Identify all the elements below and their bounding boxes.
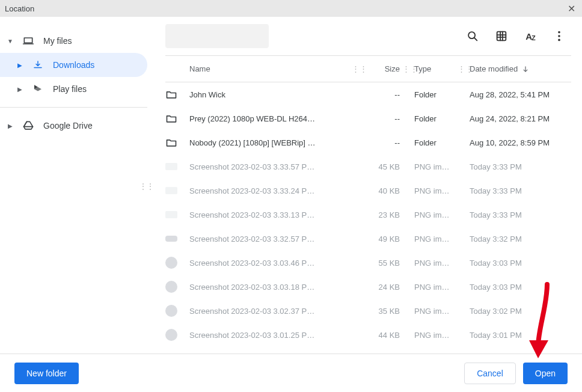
table-row[interactable]: Screenshot 2023-02-03 3.03.18 PM.p…24 KB…: [165, 275, 571, 299]
folder-icon: [165, 136, 177, 149]
file-type: PNG im…: [414, 307, 458, 316]
sidebar-item-label: Downloads: [53, 60, 140, 70]
chevron-right-icon: ▶: [7, 123, 13, 129]
file-thumbnail: [165, 187, 177, 194]
sidebar-item-label: Google Drive: [43, 121, 140, 130]
google-drive-icon: [22, 120, 35, 132]
table-row[interactable]: Nobody (2021) [1080p] [WEBRip] [5.1]…--F…: [165, 130, 571, 155]
file-name: Screenshot 2023-02-03 3.33.57 PM.p…: [189, 162, 316, 171]
chevron-down-icon: ▼: [7, 38, 13, 44]
file-type: PNG im…: [414, 162, 458, 171]
sort-az-icon[interactable]: AZ: [518, 24, 542, 48]
table-row[interactable]: Prey (2022) 1080p WEB-DL H264 iTA…--Fold…: [165, 106, 571, 130]
chevron-right-icon: ▶: [17, 62, 23, 69]
col-name[interactable]: Name: [189, 64, 316, 73]
column-drag-handle-icon[interactable]: ⋮⋮: [458, 64, 470, 73]
sidebar-collapse-handle[interactable]: ⋮⋮: [139, 182, 153, 191]
table-row[interactable]: Screenshot 2023-02-03 3.33.24 PM.p…40 KB…: [165, 179, 571, 203]
main-content: ▼ My files ▶ Downloads ▶ Play files ▶: [0, 17, 582, 354]
new-folder-button[interactable]: New folder: [14, 363, 79, 384]
file-thumbnail: [165, 329, 177, 341]
grid-view-icon[interactable]: [489, 24, 513, 48]
file-size: 40 KB: [364, 186, 402, 195]
file-size: 24 KB: [364, 283, 402, 292]
file-type: Folder: [414, 90, 458, 99]
file-thumbnail: [165, 211, 177, 218]
file-name: Screenshot 2023-02-03 3.33.24 PM.p…: [189, 186, 316, 195]
column-drag-handle-icon[interactable]: ⋮⋮: [402, 64, 414, 73]
window-title: Location: [5, 4, 565, 13]
laptop-icon: [22, 35, 35, 47]
file-name: Screenshot 2023-02-03 3.32.57 PM.p…: [189, 234, 316, 243]
file-type: Folder: [414, 114, 458, 123]
table-row[interactable]: Screenshot 2023-02-03 3.02.37 PM.p…35 KB…: [165, 299, 571, 323]
svg-point-2: [558, 31, 560, 34]
cancel-button[interactable]: Cancel: [464, 363, 516, 384]
file-panel: ⋮⋮ AZ Name ⋮⋮ Size: [147, 17, 582, 354]
file-date: Today 3:03 PM: [470, 283, 566, 292]
file-name: Prey (2022) 1080p WEB-DL H264 iTA…: [189, 114, 316, 123]
search-icon[interactable]: [461, 24, 485, 48]
svg-rect-1: [497, 32, 506, 41]
table-row[interactable]: John Wick--FolderAug 28, 2022, 5:41 PM: [165, 82, 571, 106]
file-type: PNG im…: [414, 259, 458, 268]
breadcrumb-redacted: [165, 24, 269, 48]
file-date: Aug 24, 2022, 8:21 PM: [470, 114, 566, 123]
sidebar-item-label: Play files: [53, 84, 140, 94]
file-table: Name ⋮⋮ Size ⋮⋮ Type ⋮⋮ Date modified Jo…: [147, 56, 582, 354]
folder-icon: [165, 88, 177, 100]
sidebar-item-play-files[interactable]: ▶ Play files: [0, 77, 147, 101]
more-vert-icon[interactable]: [547, 24, 571, 48]
file-size: 55 KB: [364, 259, 402, 268]
table-header: Name ⋮⋮ Size ⋮⋮ Type ⋮⋮ Date modified: [165, 56, 571, 82]
file-name: Screenshot 2023-02-03 3.02.37 PM.p…: [189, 307, 316, 316]
file-size: 45 KB: [364, 162, 402, 171]
file-size: --: [364, 138, 402, 147]
sidebar-item-google-drive[interactable]: ▶ Google Drive: [0, 114, 147, 138]
sidebar: ▼ My files ▶ Downloads ▶ Play files ▶: [0, 17, 147, 354]
file-date: Today 3:03 PM: [470, 259, 566, 268]
sidebar-root-my-files[interactable]: ▼ My files: [0, 29, 147, 53]
column-drag-handle-icon[interactable]: ⋮⋮: [352, 64, 364, 73]
file-date: Today 3:01 PM: [470, 331, 566, 340]
table-row[interactable]: Screenshot 2023-02-03 3.32.57 PM.p…49 KB…: [165, 227, 571, 251]
close-icon[interactable]: ✕: [565, 3, 577, 14]
table-row[interactable]: Screenshot 2023-02-03 3.03.46 PM.p…55 KB…: [165, 251, 571, 275]
svg-point-3: [558, 35, 560, 37]
file-name: Screenshot 2023-02-03 3.03.46 PM.p…: [189, 259, 316, 268]
table-row[interactable]: Screenshot 2023-02-03 3.01.25 PM.p…44 KB…: [165, 323, 571, 347]
window-titlebar: Location ✕: [0, 0, 582, 17]
table-row[interactable]: Screenshot 2023-02-03 3.33.57 PM.p…45 KB…: [165, 155, 571, 179]
svg-point-4: [558, 39, 560, 41]
file-size: 35 KB: [364, 307, 402, 316]
file-type: PNG im…: [414, 234, 458, 243]
col-date-modified[interactable]: Date modified: [470, 64, 566, 73]
file-type: PNG im…: [414, 186, 458, 195]
file-date: Today 3:02 PM: [470, 307, 566, 316]
file-type: PNG im…: [414, 283, 458, 292]
sidebar-item-downloads[interactable]: ▶ Downloads: [0, 53, 147, 77]
file-name: Nobody (2021) [1080p] [WEBRip] [5.1]…: [189, 138, 316, 147]
sidebar-separator: [0, 107, 147, 108]
file-name: Screenshot 2023-02-03 3.01.25 PM.p…: [189, 331, 316, 340]
col-type[interactable]: Type: [414, 64, 458, 73]
file-type: PNG im…: [414, 331, 458, 340]
file-date: Aug 28, 2022, 5:41 PM: [470, 90, 566, 99]
file-size: 44 KB: [364, 331, 402, 340]
chevron-right-icon: ▶: [17, 86, 23, 93]
folder-icon: [165, 112, 177, 124]
file-date: Today 3:32 PM: [470, 234, 566, 243]
table-row[interactable]: Screenshot 2023-02-03 3.33.13 PM.p…23 KB…: [165, 203, 571, 227]
col-size[interactable]: Size: [364, 64, 402, 73]
dialog-footer: New folder Cancel Open: [0, 354, 582, 392]
file-date: Today 3:33 PM: [470, 162, 566, 171]
open-button[interactable]: Open: [523, 363, 568, 384]
play-icon: [31, 84, 44, 94]
sidebar-root-label: My files: [43, 36, 140, 46]
file-type: Folder: [414, 138, 458, 147]
file-thumbnail: [165, 281, 177, 293]
panel-toolbar: AZ: [147, 17, 582, 55]
file-type: PNG im…: [414, 210, 458, 219]
file-date: Today 3:33 PM: [470, 210, 566, 219]
file-date: Aug 10, 2022, 8:59 PM: [470, 138, 566, 147]
